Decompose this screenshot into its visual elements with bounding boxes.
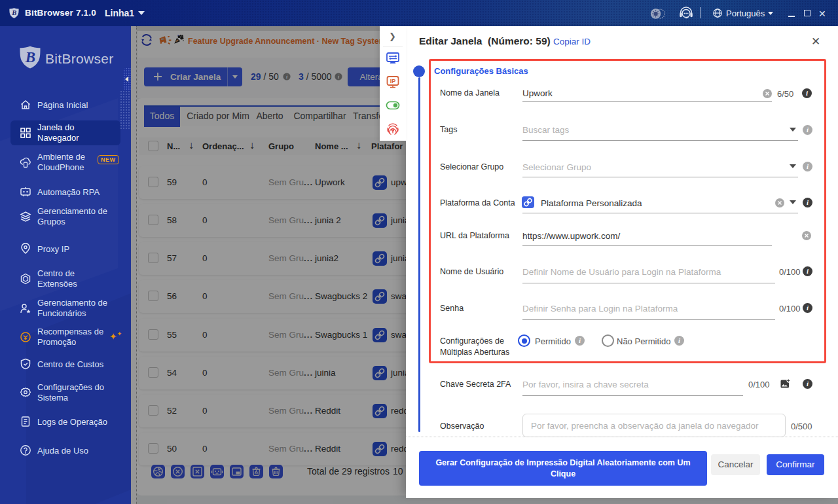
svg-text:B: B xyxy=(11,9,16,16)
svg-text:IP: IP xyxy=(390,78,396,84)
svg-text:B: B xyxy=(25,49,35,65)
